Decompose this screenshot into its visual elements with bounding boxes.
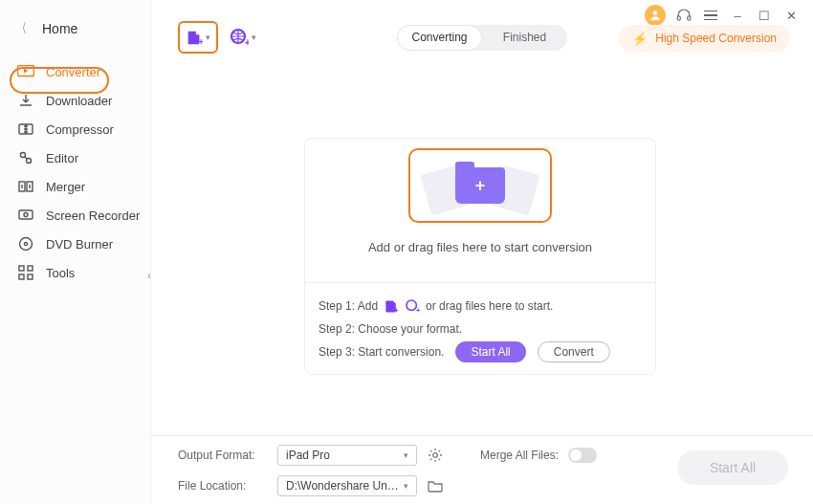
svg-marker-4 [24, 69, 28, 74]
output-format-select[interactable]: iPad Pro ▾ [277, 445, 417, 466]
settings-icon[interactable] [427, 447, 444, 464]
caret-down-icon: ▾ [404, 450, 408, 460]
sidebar-item-label: Editor [46, 151, 78, 165]
sidebar-item-label: Compressor [46, 122, 114, 137]
tab-converting[interactable]: Converting [397, 25, 482, 51]
sidebar-item-screen-recorder[interactable]: Screen Recorder [0, 201, 150, 230]
svg-rect-14 [19, 266, 24, 271]
sidebar-item-tools[interactable]: Tools [0, 258, 150, 287]
bolt-icon: ⚡ [632, 32, 648, 46]
svg-point-12 [20, 238, 33, 251]
tab-finished[interactable]: Finished [482, 25, 567, 51]
compressor-icon [17, 121, 34, 138]
sidebar-item-dvd-burner[interactable]: DVD Burner [0, 230, 150, 258]
merge-label: Merge All Files: [480, 449, 559, 462]
svg-point-13 [24, 242, 27, 245]
dvd-icon [17, 235, 34, 252]
convert-button-inline[interactable]: Convert [538, 341, 610, 362]
caret-down-icon: ▾ [252, 33, 256, 42]
sidebar-item-label: Merger [46, 180, 85, 194]
sidebar-item-downloader[interactable]: Downloader [0, 86, 150, 115]
step-2: Step 2: Choose your format. [319, 318, 642, 340]
add-url-button[interactable]: + ▾ [230, 28, 256, 47]
toolbar: + ▾ + ▾ Converting Finished ⚡ High Speed… [151, 0, 813, 75]
high-speed-badge[interactable]: ⚡ High Speed Conversion [619, 25, 790, 52]
svg-rect-17 [28, 274, 33, 279]
caret-down-icon: ▾ [404, 481, 408, 491]
file-location-label: File Location: [178, 479, 268, 493]
sidebar-item-label: Screen Recorder [46, 208, 140, 223]
step1-prefix: Step 1: Add [319, 299, 378, 313]
step1-suffix: or drag files here to start. [426, 299, 553, 313]
caret-down-icon: ▾ [206, 33, 210, 42]
start-all-button: Start All [677, 450, 788, 485]
add-file-button[interactable]: + ▾ [178, 21, 218, 54]
home-label: Home [42, 21, 77, 36]
start-all-button-inline[interactable]: Start All [455, 341, 525, 362]
download-icon [17, 92, 34, 109]
file-location-select[interactable]: D:\Wondershare UniConverter 1 ▾ [277, 475, 417, 496]
converter-icon [17, 63, 34, 80]
folder-icon: + [455, 167, 505, 204]
tab-toggle: Converting Finished [397, 25, 567, 51]
svg-text:+: + [416, 306, 420, 314]
open-folder-icon[interactable] [427, 477, 444, 494]
add-url-icon[interactable]: + [405, 298, 420, 314]
sidebar-item-label: DVD Burner [46, 237, 113, 252]
main-area: + ▾ + ▾ Converting Finished ⚡ High Speed… [151, 0, 813, 504]
svg-rect-16 [19, 274, 24, 279]
add-folder-target[interactable]: + [408, 148, 552, 223]
svg-text:+: + [245, 37, 249, 47]
sidebar-item-label: Tools [46, 266, 75, 280]
svg-point-11 [24, 213, 28, 217]
dropzone[interactable]: + Add or drag files here to start conver… [304, 138, 656, 375]
svg-text:+: + [394, 306, 398, 314]
output-format-label: Output Format: [178, 449, 268, 462]
tools-icon [17, 264, 34, 281]
merge-toggle[interactable] [568, 448, 597, 463]
steps-panel: Step 1: Add + + or drag files here to st… [305, 282, 655, 375]
back-icon: 〈 [17, 20, 27, 37]
svg-rect-15 [28, 266, 33, 271]
dropzone-text: Add or drag files here to start conversi… [368, 240, 592, 254]
svg-text:+: + [199, 37, 204, 46]
dropzone-upper: + Add or drag files here to start conver… [305, 139, 655, 282]
add-file-icon[interactable]: + [384, 298, 399, 314]
svg-point-22 [406, 300, 416, 310]
merger-icon [17, 178, 34, 195]
sidebar: 〈 Home Converter Downloader Compressor E… [0, 0, 151, 504]
sidebar-item-label: Converter [46, 65, 100, 79]
bottom-bar: Output Format: iPad Pro ▾ Merge All File… [151, 435, 813, 504]
step-1: Step 1: Add + + or drag files here to st… [319, 295, 642, 318]
step-3: Step 3: Start conversion. Start All Conv… [319, 340, 642, 363]
speed-label: High Speed Conversion [655, 32, 777, 45]
sidebar-item-compressor[interactable]: Compressor [0, 115, 150, 143]
sidebar-item-merger[interactable]: Merger [0, 172, 150, 201]
svg-rect-10 [19, 210, 33, 219]
svg-point-24 [433, 452, 438, 457]
sidebar-item-label: Downloader [46, 94, 112, 108]
sidebar-item-converter[interactable]: Converter [0, 57, 150, 86]
editor-icon [17, 149, 34, 166]
step3-text: Step 3: Start conversion. [319, 345, 444, 359]
recorder-icon [17, 207, 34, 224]
sidebar-item-editor[interactable]: Editor [0, 143, 150, 172]
home-back[interactable]: 〈 Home [0, 8, 150, 50]
